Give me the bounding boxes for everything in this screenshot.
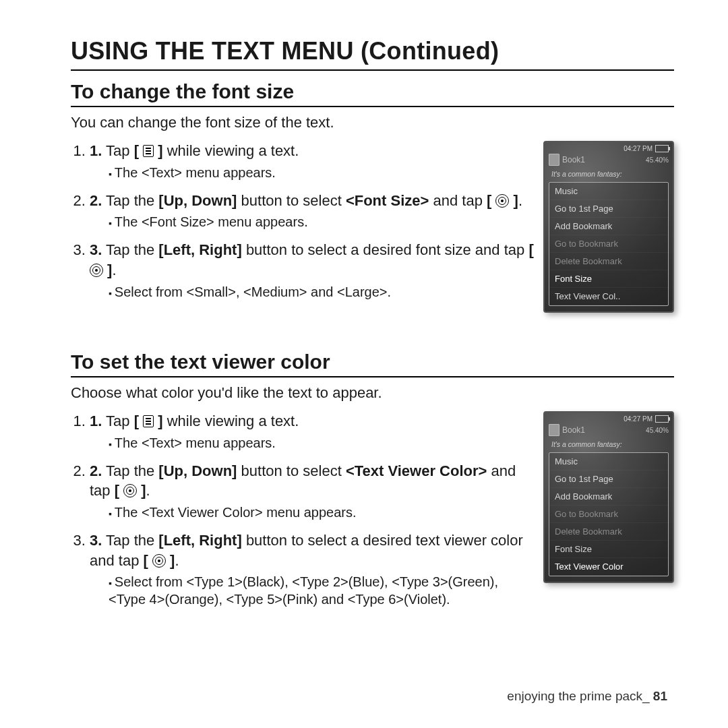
- menu-item: Text Viewer Col..: [549, 288, 668, 305]
- menu-item: Font Size: [549, 541, 668, 558]
- page-title: USING THE TEXT MENU (Continued): [71, 37, 674, 71]
- menu-item: Go to 1st Page: [549, 200, 668, 218]
- device-title: Book1: [562, 425, 585, 435]
- step-3-sub: Select from <Type 1>(Black), <Type 2>(Bl…: [109, 573, 535, 608]
- section-heading-viewer-color: To set the text viewer color: [71, 351, 674, 377]
- device-screenshot-a: 04:27 PM Book1 45.40% It's a common fant…: [543, 141, 674, 313]
- step-3-sub: Select from <Small>, <Medium> and <Large…: [109, 283, 535, 301]
- device-time: 04:27 PM: [624, 145, 653, 152]
- section-intro: Choose what color you'd like the text to…: [71, 384, 674, 402]
- select-icon: [495, 194, 509, 208]
- step-2-sub: The <Font Size> menu appears.: [109, 213, 535, 231]
- select-icon: [90, 264, 103, 277]
- menu-item: Delete Bookmark: [549, 253, 668, 270]
- battery-icon: [655, 415, 669, 423]
- menu-item: Go to 1st Page: [549, 471, 668, 488]
- step-1-sub: The <Text> menu appears.: [109, 434, 535, 452]
- menu-item-selected: Text Viewer Color: [549, 558, 668, 576]
- menu-item: Go to Bookmark: [549, 235, 668, 253]
- select-icon: [152, 554, 166, 568]
- page-footer: enjoying the prime pack_ 81: [507, 689, 667, 704]
- step-2: 2. Tap the [Up, Down] button to select <…: [90, 461, 535, 521]
- section-heading-font-size: To change the font size: [71, 80, 674, 107]
- step-1: 1. Tap [ ] while viewing a text. The <Te…: [90, 141, 535, 181]
- device-preview-text: It's a common fantasy:: [545, 437, 673, 450]
- device-percent: 45.40%: [646, 156, 669, 164]
- file-icon: [549, 154, 559, 166]
- device-screenshot-b: 04:27 PM Book1 45.40% It's a common fant…: [543, 411, 674, 583]
- section-intro: You can change the font size of the text…: [71, 114, 674, 131]
- menu-item: Go to Bookmark: [549, 506, 668, 523]
- device-menu: Music Go to 1st Page Add Bookmark Go to …: [549, 452, 669, 576]
- device-menu: Music Go to 1st Page Add Bookmark Go to …: [549, 182, 669, 306]
- device-time: 04:27 PM: [624, 415, 653, 423]
- file-icon: [549, 424, 559, 436]
- battery-icon: [655, 145, 669, 152]
- device-title: Book1: [562, 155, 585, 164]
- step-1: 1. Tap [ ] while viewing a text. The <Te…: [90, 411, 535, 452]
- device-percent: 45.40%: [646, 427, 669, 434]
- select-icon: [123, 484, 137, 497]
- menu-item: Music: [549, 183, 668, 200]
- menu-item: Add Bookmark: [549, 218, 668, 235]
- step-2: 2. Tap the [Up, Down] button to select <…: [90, 191, 535, 231]
- menu-item: Music: [549, 453, 668, 471]
- menu-item-selected: Font Size: [549, 270, 668, 288]
- menu-icon: [143, 415, 154, 427]
- step-1-sub: The <Text> menu appears.: [109, 164, 535, 181]
- menu-icon: [143, 145, 154, 157]
- step-3: 3. Tap the [Left, Right] button to selec…: [90, 240, 535, 300]
- step-3: 3. Tap the [Left, Right] button to selec…: [90, 530, 535, 608]
- menu-item: Delete Bookmark: [549, 523, 668, 541]
- step-2-sub: The <Text Viewer Color> menu appears.: [109, 504, 535, 521]
- device-preview-text: It's a common fantasy:: [545, 167, 673, 179]
- menu-item: Add Bookmark: [549, 488, 668, 506]
